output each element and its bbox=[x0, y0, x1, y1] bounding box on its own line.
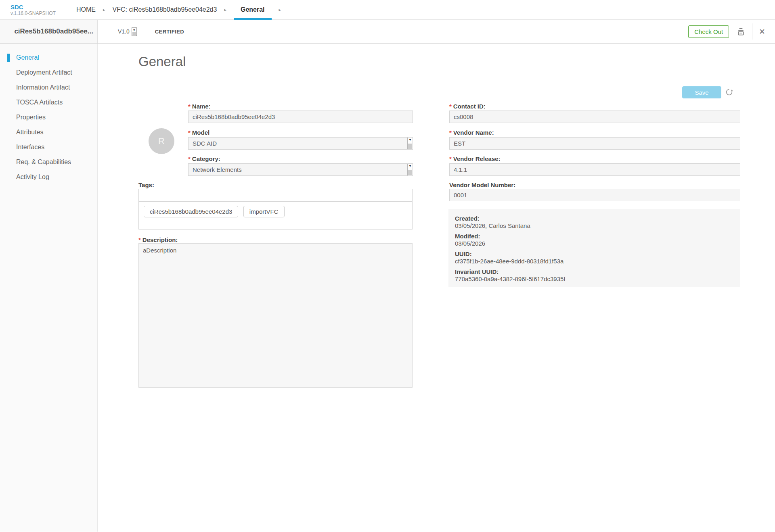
app-logo[interactable]: SDC v.1.16.0-SNAPSHOT bbox=[10, 0, 76, 19]
sidebar-item-tosca-artifacts[interactable]: TOSCA Artifacts bbox=[0, 95, 97, 110]
category-label: *Category: bbox=[188, 155, 413, 162]
created-label: Created: bbox=[455, 215, 734, 222]
breadcrumb-vfc[interactable]: VFC: ciRes5b168b0adb95ee04e2d3 bbox=[113, 0, 217, 19]
select-arrow-icon: ▼ bbox=[407, 164, 413, 175]
created-value: 03/05/2026, Carlos Santana bbox=[455, 222, 734, 229]
contact-id-input[interactable] bbox=[449, 111, 740, 123]
model-select[interactable]: SDC AID ▼ bbox=[188, 137, 413, 150]
left-menu: General Deployment Artifact Information … bbox=[0, 44, 98, 532]
modified-label: Modifed: bbox=[455, 233, 734, 240]
sidebar-item-attributes[interactable]: Attributes bbox=[0, 125, 97, 140]
uuid-label: UUID: bbox=[455, 250, 734, 258]
resource-avatar: R bbox=[149, 128, 174, 154]
uuid-value: cf375f1b-26ae-48ee-9ddd-80318fd1f53a bbox=[455, 258, 734, 265]
model-label: *Model bbox=[188, 129, 413, 136]
vendor-release-label: *Vendor Release: bbox=[449, 155, 740, 162]
invariant-uuid-label: Invariant UUID: bbox=[455, 268, 734, 275]
sidebar-item-general[interactable]: General bbox=[0, 50, 97, 65]
description-textarea[interactable]: aDescription bbox=[138, 243, 413, 388]
sidebar-item-deployment-artifact[interactable]: Deployment Artifact bbox=[0, 65, 97, 80]
close-icon[interactable]: ✕ bbox=[759, 27, 765, 36]
tags-section: ciRes5b168b0adb95ee04e2d3 importVFC bbox=[138, 189, 413, 229]
required-marker: * bbox=[449, 129, 452, 136]
description-label: *Description: bbox=[138, 236, 178, 243]
breadcrumb-tab-general-label: General bbox=[241, 6, 265, 13]
required-marker: * bbox=[188, 103, 191, 110]
lifecycle-state-badge: CERTIFIED bbox=[155, 29, 184, 35]
vendor-model-number-label: Vendor Model Number: bbox=[449, 182, 740, 188]
sidebar-item-interfaces[interactable]: Interfaces bbox=[0, 140, 97, 154]
required-marker: * bbox=[449, 155, 452, 162]
header-divider bbox=[752, 23, 752, 40]
check-out-button[interactable]: Check Out bbox=[688, 25, 729, 38]
required-marker: * bbox=[449, 103, 452, 110]
tags-label: Tags: bbox=[138, 182, 154, 188]
modified-value: 03/05/2026 bbox=[455, 240, 734, 247]
name-label: *Name: bbox=[188, 103, 413, 110]
page-title: General bbox=[138, 54, 186, 69]
header-divider bbox=[146, 24, 146, 39]
sidebar-item-properties[interactable]: Properties bbox=[0, 110, 97, 125]
save-button[interactable]: Save bbox=[682, 86, 721, 98]
sdc-app: SDC v.1.16.0-SNAPSHOT HOME ▸ VFC: ciRes5… bbox=[0, 0, 775, 532]
sidebar-item-activity-log[interactable]: Activity Log bbox=[0, 169, 97, 184]
required-marker: * bbox=[138, 236, 141, 243]
app-version: v.1.16.0-SNAPSHOT bbox=[10, 10, 76, 16]
general-form: General Save R *Name: *Model SDC AID ▼ *… bbox=[98, 44, 775, 532]
component-header: ciRes5b168b0adb95ee... V1.0 ▼ CERTIFIED … bbox=[0, 20, 775, 44]
version-spinner-icon[interactable]: ▼ bbox=[132, 27, 137, 36]
tags-input[interactable] bbox=[139, 189, 412, 202]
breadcrumb-arrow-icon: ▸ bbox=[224, 0, 226, 19]
category-select-value: Network Elements bbox=[193, 166, 242, 173]
required-marker: * bbox=[188, 129, 191, 136]
version-label: V1.0 bbox=[118, 28, 130, 35]
sidebar-item-information-artifact[interactable]: Information Artifact bbox=[0, 80, 97, 95]
tags-list: ciRes5b168b0adb95ee04e2d3 importVFC bbox=[139, 202, 412, 221]
invariant-uuid-value: 770a5360-0a9a-4382-896f-5f617dc3935f bbox=[455, 275, 734, 283]
vendor-name-input[interactable] bbox=[449, 137, 740, 150]
app-logo-name: SDC bbox=[10, 4, 76, 10]
contact-id-label: *Contact ID: bbox=[449, 103, 740, 110]
breadcrumb-arrow-icon: ▸ bbox=[103, 0, 105, 19]
tag-chip[interactable]: ciRes5b168b0adb95ee04e2d3 bbox=[144, 206, 238, 217]
revert-icon[interactable] bbox=[725, 88, 733, 98]
tag-chip[interactable]: importVFC bbox=[243, 206, 285, 217]
category-select[interactable]: Network Elements ▼ bbox=[188, 163, 413, 176]
breadcrumb-arrow-icon: ▸ bbox=[279, 0, 281, 19]
required-marker: * bbox=[188, 155, 191, 162]
component-header-actions: V1.0 ▼ CERTIFIED Check Out ✕ bbox=[98, 20, 775, 43]
select-arrow-icon: ▼ bbox=[407, 138, 413, 149]
breadcrumb-home[interactable]: HOME bbox=[76, 0, 96, 19]
vendor-model-number-input[interactable] bbox=[449, 189, 740, 201]
sidebar-item-req-capabilities[interactable]: Req. & Capabilities bbox=[0, 154, 97, 169]
active-item-indicator bbox=[7, 54, 10, 62]
vendor-release-input[interactable] bbox=[449, 163, 740, 176]
model-select-value: SDC AID bbox=[193, 140, 217, 147]
print-icon[interactable] bbox=[736, 27, 746, 36]
component-title: ciRes5b168b0adb95ee... bbox=[0, 20, 98, 43]
meta-info-box: Created: 03/05/2026, Carlos Santana Modi… bbox=[448, 209, 740, 287]
vendor-name-label: *Vendor Name: bbox=[449, 129, 740, 136]
version-selector[interactable]: V1.0 ▼ bbox=[118, 27, 137, 36]
breadcrumb-tab-general[interactable]: General bbox=[234, 0, 272, 19]
top-nav-bar: SDC v.1.16.0-SNAPSHOT HOME ▸ VFC: ciRes5… bbox=[0, 0, 775, 20]
name-input[interactable] bbox=[188, 111, 413, 123]
breadcrumb: HOME ▸ VFC: ciRes5b168b0adb95ee04e2d3 ▸ … bbox=[76, 0, 288, 19]
